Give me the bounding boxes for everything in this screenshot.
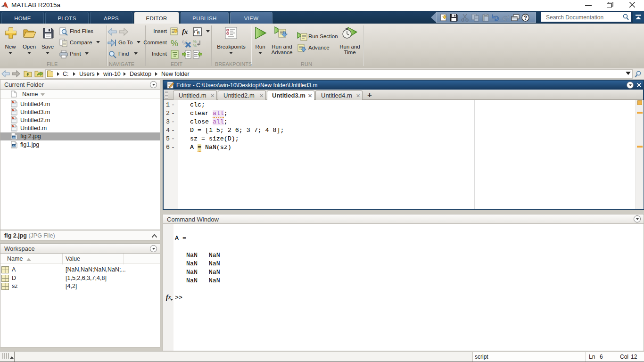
svg-text:%: % xyxy=(193,43,197,48)
svg-text:fi: fi xyxy=(197,31,200,35)
svg-text:?: ? xyxy=(524,15,527,21)
svg-text:%: % xyxy=(171,39,178,48)
svg-text:fx: fx xyxy=(182,28,188,35)
